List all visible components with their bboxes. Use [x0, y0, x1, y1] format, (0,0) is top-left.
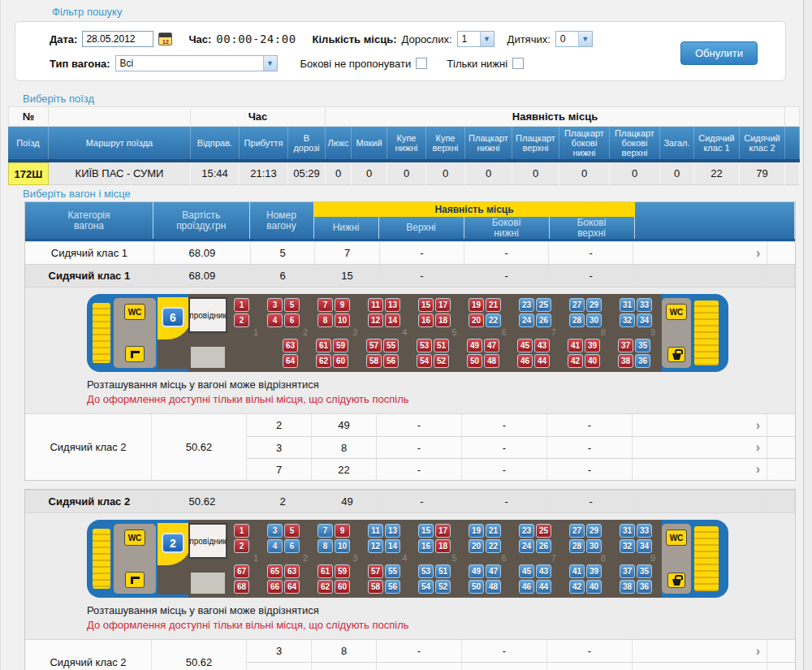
seat-48: 48 [484, 354, 499, 368]
chevron-right-icon[interactable]: › [756, 463, 760, 476]
reset-button[interactable]: Обнулити [680, 41, 758, 65]
seat-23[interactable]: 23 [519, 298, 534, 312]
wagon-row[interactable]: Сидячий клас 168.0957---› [25, 241, 795, 264]
wagon-row[interactable]: 722---› [247, 458, 795, 480]
chevron-right-icon[interactable]: › [756, 441, 760, 454]
calendar-icon[interactable] [158, 32, 172, 45]
seat-29[interactable]: 29 [586, 298, 602, 312]
seat-23[interactable]: 23 [519, 524, 534, 538]
chevron-right-icon[interactable]: › [756, 247, 760, 260]
seat-10[interactable]: 10 [335, 539, 350, 553]
seat-39[interactable]: 39 [586, 564, 602, 578]
seat-group: 31323334 [620, 298, 652, 327]
wagon-row[interactable]: 38---› [247, 436, 795, 458]
seat-31[interactable]: 31 [620, 298, 635, 312]
seat-30[interactable]: 30 [586, 313, 602, 327]
seat-26[interactable]: 26 [536, 539, 551, 553]
seat-32[interactable]: 32 [620, 313, 635, 327]
seat-38[interactable]: 38 [620, 580, 635, 594]
seat-49[interactable]: 49 [469, 564, 484, 578]
seat-50[interactable]: 50 [469, 580, 484, 594]
seat-column: 3536 [635, 339, 650, 368]
seat-16[interactable]: 16 [418, 539, 434, 553]
seat-42[interactable]: 42 [569, 580, 585, 594]
seat-24[interactable]: 24 [519, 313, 534, 327]
seat-12[interactable]: 12 [368, 539, 383, 553]
seat-36[interactable]: 36 [637, 580, 652, 594]
seat-51[interactable]: 51 [435, 564, 451, 578]
seat-37[interactable]: 37 [620, 564, 635, 578]
seat-28[interactable]: 28 [569, 539, 585, 553]
seat-6[interactable]: 6 [284, 539, 300, 553]
chevron-right-icon[interactable]: › [756, 419, 760, 432]
seat-32[interactable]: 32 [620, 539, 635, 553]
chevron-right-icon[interactable]: › [756, 667, 760, 670]
seat-21[interactable]: 21 [486, 524, 501, 538]
seat-column: 1314 [385, 524, 400, 553]
seat-56[interactable]: 56 [385, 580, 400, 594]
seat-22[interactable]: 22 [486, 313, 501, 327]
only-lower-checkbox[interactable] [512, 58, 524, 69]
seat-33[interactable]: 33 [637, 524, 652, 538]
seat-4[interactable]: 4 [267, 539, 283, 553]
seat-25[interactable]: 25 [536, 298, 551, 312]
seat-7[interactable]: 7 [317, 524, 333, 538]
date-input[interactable] [82, 31, 153, 47]
seat-54[interactable]: 54 [418, 580, 434, 594]
seat-34[interactable]: 34 [637, 313, 652, 327]
wagon-row[interactable]: 38---› [247, 640, 795, 662]
seat-14[interactable]: 14 [385, 539, 400, 553]
wagon-type-select[interactable]: Всі▼ [115, 55, 278, 71]
train-row[interactable]: 172ШКИЇВ ПАС - СУМИ15:4421:1305:29000000… [8, 162, 800, 185]
seat-52[interactable]: 52 [435, 580, 451, 594]
seat-36[interactable]: 36 [635, 354, 650, 368]
seat-45[interactable]: 45 [519, 564, 534, 578]
map-note-restriction: До оформлення доступні тільки вільні міс… [87, 619, 795, 631]
row-expand-area [633, 491, 767, 512]
train-col-route-spacer [49, 106, 191, 127]
seat-48[interactable]: 48 [486, 580, 501, 594]
seat-15[interactable]: 15 [418, 524, 434, 538]
seat-41[interactable]: 41 [569, 564, 585, 578]
seat-55[interactable]: 55 [385, 564, 400, 578]
wagon-row[interactable]: 722---› [247, 662, 795, 670]
seat-8[interactable]: 8 [317, 539, 333, 553]
wc-icon: WC [124, 530, 145, 546]
seat-40[interactable]: 40 [586, 580, 602, 594]
seat-20[interactable]: 20 [469, 539, 484, 553]
bay-number: 4 [402, 553, 407, 563]
seat-29[interactable]: 29 [586, 524, 602, 538]
seat-3[interactable]: 3 [267, 524, 283, 538]
seat-33[interactable]: 33 [637, 298, 652, 312]
seat-11[interactable]: 11 [368, 524, 383, 538]
seat-27[interactable]: 27 [569, 524, 585, 538]
seat-28[interactable]: 28 [569, 313, 585, 327]
seats-upper-cell: - [377, 437, 462, 458]
seat-35[interactable]: 35 [637, 564, 652, 578]
seat-19[interactable]: 19 [469, 524, 484, 538]
seat-43[interactable]: 43 [536, 564, 551, 578]
seat-22[interactable]: 22 [486, 539, 501, 553]
children-select[interactable]: 0▼ [555, 31, 593, 47]
wagon-row[interactable]: 249---› [247, 414, 795, 436]
seat-30[interactable]: 30 [586, 539, 602, 553]
seat-27[interactable]: 27 [569, 298, 585, 312]
wagon-row[interactable]: Сидячий клас 168.09615--- [25, 264, 795, 287]
seat-31[interactable]: 31 [620, 524, 635, 538]
seat-44[interactable]: 44 [536, 580, 551, 594]
seat-34[interactable]: 34 [637, 539, 652, 553]
seat-54: 54 [417, 354, 432, 368]
chevron-right-icon[interactable]: › [756, 645, 760, 658]
seat-13[interactable]: 13 [385, 524, 400, 538]
seat-53[interactable]: 53 [418, 564, 434, 578]
wagon-row[interactable]: Сидячий клас 250.62249--- [25, 490, 795, 512]
seat-26[interactable]: 26 [536, 313, 551, 327]
seat-35[interactable]: 35 [635, 339, 650, 352]
row-end-cell [767, 459, 795, 480]
seat-46[interactable]: 46 [519, 580, 534, 594]
adults-select[interactable]: 1▼ [457, 31, 495, 47]
no-side-checkbox[interactable] [416, 58, 427, 69]
seat-24[interactable]: 24 [519, 539, 534, 553]
seat-47[interactable]: 47 [486, 564, 501, 578]
seat-group: 31323334 [620, 524, 652, 553]
